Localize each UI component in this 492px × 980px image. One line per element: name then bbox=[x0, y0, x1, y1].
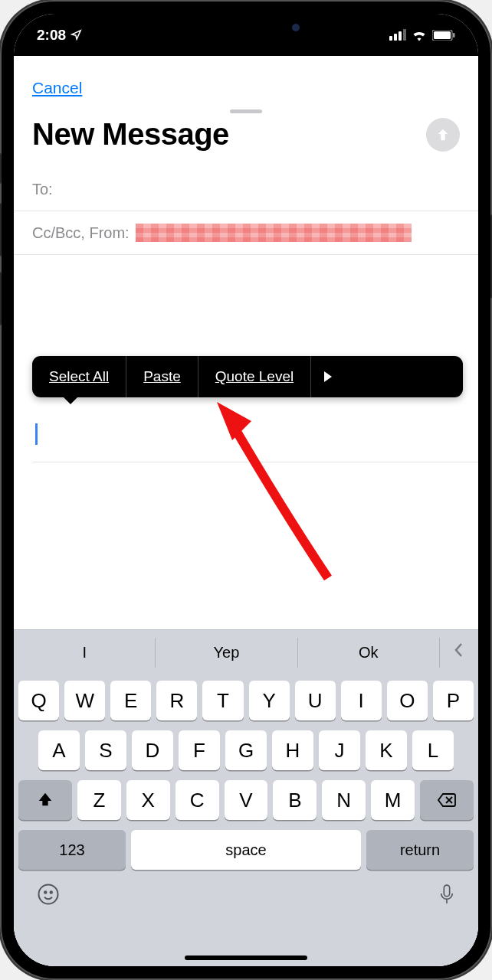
annotation-arrow bbox=[190, 394, 351, 586]
ccbcc-label: Cc/Bcc, From: bbox=[32, 224, 130, 242]
svg-point-10 bbox=[51, 891, 53, 893]
key-f[interactable]: F bbox=[179, 730, 220, 770]
key-k[interactable]: K bbox=[366, 730, 407, 770]
key-q[interactable]: Q bbox=[18, 681, 59, 720]
select-all-button[interactable]: Select All bbox=[32, 356, 126, 397]
key-s[interactable]: S bbox=[85, 730, 126, 770]
backspace-key[interactable] bbox=[420, 780, 474, 820]
key-row-2: A S D F G H J K L bbox=[18, 730, 474, 770]
svg-rect-11 bbox=[444, 885, 449, 897]
key-o[interactable]: O bbox=[387, 681, 428, 720]
mute-switch bbox=[0, 153, 2, 184]
chevron-left-icon bbox=[454, 642, 464, 658]
status-icons bbox=[389, 29, 455, 41]
shift-icon bbox=[37, 792, 54, 808]
edit-menu: Select All Paste Quote Level bbox=[32, 356, 463, 397]
svg-point-9 bbox=[44, 891, 47, 893]
to-field[interactable]: To: bbox=[14, 168, 478, 211]
volume-down bbox=[0, 272, 2, 325]
key-y[interactable]: Y bbox=[249, 681, 290, 720]
text-cursor bbox=[35, 423, 38, 445]
redacted-email bbox=[136, 224, 412, 242]
svg-point-8 bbox=[39, 885, 58, 904]
keyboard: I Yep Ok Q W E R T Y U bbox=[14, 629, 478, 966]
cellular-icon bbox=[389, 29, 406, 41]
key-n[interactable]: N bbox=[322, 780, 366, 820]
svg-marker-5 bbox=[217, 402, 251, 440]
cancel-button[interactable]: Cancel bbox=[32, 79, 82, 96]
sheet-grabber[interactable] bbox=[230, 109, 262, 113]
key-t[interactable]: T bbox=[202, 681, 243, 720]
suggestion-2[interactable]: Yep bbox=[156, 638, 297, 668]
suggestion-collapse[interactable] bbox=[440, 642, 478, 662]
emoji-icon bbox=[37, 883, 60, 906]
dictation-key[interactable] bbox=[438, 883, 455, 911]
backspace-icon bbox=[437, 792, 457, 808]
key-l[interactable]: L bbox=[412, 730, 454, 770]
key-i[interactable]: I bbox=[341, 681, 382, 720]
phone-frame: 2:08 Cancel New Message To: bbox=[0, 0, 492, 980]
wifi-icon bbox=[412, 29, 427, 41]
key-row-4: 123 space return bbox=[18, 830, 474, 870]
key-u[interactable]: U bbox=[295, 681, 336, 720]
return-key[interactable]: return bbox=[366, 830, 474, 870]
chevron-right-icon bbox=[323, 371, 333, 382]
key-z[interactable]: Z bbox=[77, 780, 121, 820]
paste-button[interactable]: Paste bbox=[126, 356, 198, 397]
to-label: To: bbox=[32, 181, 53, 198]
key-h[interactable]: H bbox=[272, 730, 313, 770]
space-key[interactable]: space bbox=[131, 830, 361, 870]
svg-marker-3 bbox=[324, 371, 332, 382]
emoji-key[interactable] bbox=[37, 883, 60, 911]
location-icon bbox=[71, 29, 82, 41]
home-indicator[interactable] bbox=[185, 956, 307, 960]
key-x[interactable]: X bbox=[126, 780, 170, 820]
svg-rect-2 bbox=[453, 33, 455, 38]
key-b[interactable]: B bbox=[273, 780, 317, 820]
status-time: 2:08 bbox=[37, 27, 82, 44]
key-p[interactable]: P bbox=[433, 681, 474, 720]
key-d[interactable]: D bbox=[132, 730, 173, 770]
key-g[interactable]: G bbox=[225, 730, 267, 770]
menu-more-button[interactable] bbox=[311, 356, 345, 397]
ccbcc-field[interactable]: Cc/Bcc, From: bbox=[14, 211, 478, 255]
volume-up bbox=[0, 203, 2, 256]
suggestion-bar: I Yep Ok bbox=[14, 630, 478, 675]
key-v[interactable]: V bbox=[225, 780, 268, 820]
key-r[interactable]: R bbox=[156, 681, 197, 720]
key-row-1: Q W E R T Y U I O P bbox=[18, 681, 474, 720]
battery-icon bbox=[432, 30, 455, 41]
key-row-3: Z X C V B N M bbox=[18, 780, 474, 820]
key-e[interactable]: E bbox=[110, 681, 151, 720]
keyboard-bottom-row bbox=[14, 880, 478, 922]
suggestion-1[interactable]: I bbox=[14, 638, 156, 668]
key-m[interactable]: M bbox=[371, 780, 415, 820]
screen: 2:08 Cancel New Message To: bbox=[14, 14, 478, 966]
key-w[interactable]: W bbox=[64, 681, 105, 720]
page-title: New Message bbox=[32, 117, 229, 152]
suggestion-3[interactable]: Ok bbox=[298, 638, 440, 668]
numbers-key[interactable]: 123 bbox=[18, 830, 126, 870]
key-c[interactable]: C bbox=[175, 780, 219, 820]
send-button[interactable] bbox=[426, 118, 460, 152]
quote-level-button[interactable]: Quote Level bbox=[198, 356, 311, 397]
svg-rect-1 bbox=[434, 31, 451, 39]
shift-key[interactable] bbox=[18, 780, 72, 820]
time-label: 2:08 bbox=[37, 27, 66, 44]
content: Cancel New Message To: Cc/Bcc, From: Sel… bbox=[14, 56, 478, 966]
notch bbox=[146, 14, 346, 41]
divider bbox=[32, 462, 478, 462]
mic-icon bbox=[438, 883, 455, 906]
key-a[interactable]: A bbox=[38, 730, 80, 770]
key-j[interactable]: J bbox=[319, 730, 360, 770]
arrow-up-icon bbox=[435, 126, 451, 143]
